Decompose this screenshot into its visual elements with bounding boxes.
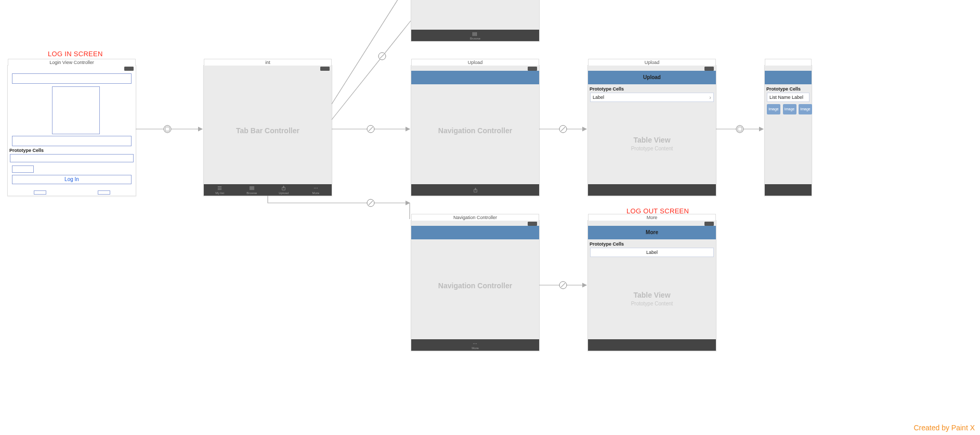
tab-label: Browse [470,37,480,40]
prototype-cell[interactable]: List Name Label [767,93,809,102]
svg-line-28 [369,127,373,131]
scene-title: int [204,59,332,66]
sub-label: Prototype Content [588,146,716,151]
scene-nav-more[interactable]: Navigation Controller Navigation Control… [411,220,540,351]
cell-label: Label [646,250,658,255]
svg-line-32 [380,54,384,58]
tab-bar-bottom [588,339,716,351]
image-pill: Image [767,104,780,114]
chevron-right-icon: › [709,93,711,101]
tab-bar-bottom [765,184,812,196]
login-small-label [12,165,34,173]
battery-icon [320,67,330,71]
login-footer [8,189,136,196]
center-label: Tab Bar Controller [204,126,332,135]
svg-point-21 [475,343,475,343]
tab-upload[interactable]: Upload [268,185,300,195]
image-pill-row: Image Image Image [767,104,813,114]
prototype-cell[interactable]: Label [590,248,714,257]
svg-rect-25 [165,127,169,131]
image-pill: Image [799,104,812,114]
footer-item [34,190,46,195]
tab-bar-bottom [411,184,539,196]
svg-point-15 [314,188,315,188]
svg-line-29 [332,21,411,120]
svg-point-34 [559,125,567,133]
cell-label: Label [593,95,604,100]
svg-point-22 [476,343,477,343]
svg-line-40 [369,201,373,205]
svg-point-39 [367,199,374,207]
image-pill: Image [783,104,796,114]
scene-title [765,59,812,66]
cell-label: List Name Label [769,95,803,100]
svg-point-24 [164,125,171,133]
login-proto-cell[interactable] [10,154,134,162]
scene-title: Upload [411,59,539,66]
tab-label: Upload [279,191,289,195]
svg-line-44 [561,283,565,287]
prototype-cell[interactable]: Label › [590,93,714,102]
tab-more[interactable]: More [300,185,332,195]
watermark-text: Created by Paint X [913,424,975,432]
center-label: Table View Prototype Content [588,136,716,151]
svg-point-37 [736,125,743,133]
svg-point-31 [378,53,386,60]
svg-point-43 [559,282,567,289]
footer-item [98,190,110,195]
scene-title: Navigation Controller [411,214,539,221]
scene-table-more[interactable]: More More Prototype Cells Label Table Vi… [587,220,716,351]
svg-line-30 [332,0,411,104]
tab-bar-bottom: More [411,339,539,351]
nav-bar [411,71,539,84]
scene-title: Upload [588,59,716,66]
battery-icon [124,67,134,71]
prototype-cells-header: Prototype Cells [9,148,44,153]
scene-table-upload[interactable]: Upload Upload Prototype Cells Label › Ta… [587,65,716,196]
svg-point-27 [367,125,374,133]
scene-browse-partial: Browse [411,0,540,42]
share-icon [281,185,286,191]
scene-tabbar[interactable]: int Tab Bar Controller My list Browse Up… [203,65,332,196]
center-label: Navigation Controller [411,282,539,290]
login-image-box [52,86,100,134]
tab-label: More [472,347,479,350]
svg-rect-38 [738,127,742,131]
nav-bar: Upload [588,71,716,84]
tab-browse[interactable]: Browse [236,185,268,195]
tab-bar-bottom: Browse [411,30,539,41]
tab-mylist[interactable]: My list [204,185,236,195]
prototype-cells-header: Prototype Cells [766,86,801,92]
svg-point-17 [317,188,317,188]
tab-label: Browse [246,191,257,195]
tab-label: My list [215,191,224,195]
prototype-cells-header: Prototype Cells [590,86,624,92]
more-icon [313,185,319,191]
svg-point-16 [316,188,316,188]
scene-partial-right[interactable]: Prototype Cells List Name Label Image Im… [764,65,812,196]
more-icon [472,341,478,347]
share-icon [473,187,478,193]
tab-bar: My list Browse Upload More [204,184,332,196]
svg-line-35 [561,127,565,131]
barcode-icon [472,31,478,37]
center-label: Table View Prototype Content [588,291,716,306]
login-field-1[interactable] [12,73,132,84]
battery-icon [528,67,537,71]
svg-point-20 [474,343,474,343]
battery-icon [704,222,714,226]
center-label: Navigation Controller [411,126,539,135]
tab-bar-bottom [588,184,716,196]
prototype-cells-header: Prototype Cells [590,241,624,247]
scene-title: More [588,214,716,221]
scene-login[interactable]: Login View Controller Prototype Cells Lo… [7,65,136,196]
sub-label: Prototype Content [588,301,716,306]
battery-icon [528,222,537,226]
tab-label: More [312,191,319,195]
login-field-2[interactable] [12,136,132,146]
scene-nav-upload[interactable]: Upload Navigation Controller [411,65,540,196]
barcode-icon [249,185,255,191]
battery-icon [704,67,714,71]
nav-bar [765,71,812,84]
login-button[interactable]: Log In [12,175,132,184]
